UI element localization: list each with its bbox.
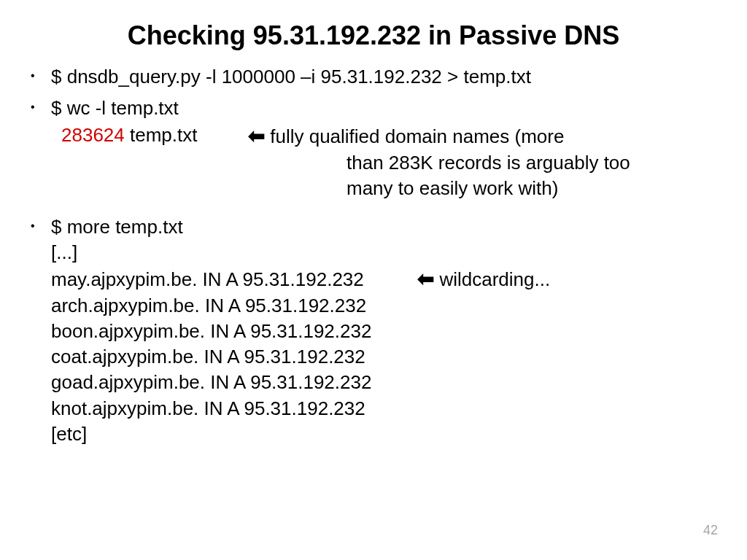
dns-line-2: arch.ajpxypim.be. IN A 95.31.192.232 — [51, 293, 718, 319]
dns-line-1: may.ajpxypim.be. IN A 95.31.192.232 — [51, 267, 412, 292]
dns-line-4: coat.ajpxypim.be. IN A 95.31.192.232 — [51, 344, 718, 370]
bullet-3-text: $ more temp.txt — [51, 216, 183, 238]
wc-count: 283624 — [61, 124, 125, 146]
page-number: 42 — [703, 523, 718, 538]
bullet-marker-icon: • — [31, 68, 35, 84]
wc-output-row: 283624 temp.txt ⬅ fully qualified domain… — [51, 122, 718, 150]
bullet-3: • $ more temp.txt [...] may.ajpxypim.be.… — [51, 214, 718, 447]
fqdn-line3: many to easily work with) — [248, 176, 718, 201]
bullet-2-text: $ wc -l temp.txt — [51, 97, 179, 119]
slide-title: Checking 95.31.192.232 in Passive DNS — [0, 0, 747, 64]
bullet-1: • $ dnsdb_query.py -l 1000000 –i 95.31.1… — [51, 64, 718, 90]
etc: [etc] — [51, 421, 718, 447]
dns-row-1: may.ajpxypim.be. IN A 95.31.192.232 ⬅ wi… — [51, 265, 718, 293]
bullet-1-text: $ dnsdb_query.py -l 1000000 –i 95.31.192… — [51, 66, 531, 88]
dns-line-5: goad.ajpxypim.be. IN A 95.31.192.232 — [51, 370, 718, 395]
wc-file: temp.txt — [125, 124, 198, 146]
bullet-marker-icon: • — [31, 99, 35, 115]
dns-line-3: boon.ajpxypim.be. IN A 95.31.192.232 — [51, 319, 718, 344]
fqdn-line2: than 283K records is arguably too — [248, 150, 718, 176]
dns-line-6: knot.ajpxypim.be. IN A 95.31.192.232 — [51, 396, 718, 421]
ellipsis: [...] — [51, 240, 718, 265]
slide-content: • $ dnsdb_query.py -l 1000000 –i 95.31.1… — [0, 64, 747, 447]
fqdn-line1: fully qualified domain names (more — [265, 125, 564, 147]
bullet-2: • $ wc -l temp.txt 283624 temp.txt ⬅ ful… — [51, 96, 718, 201]
wildcarding-note: wildcarding... — [434, 268, 550, 290]
arrow-left-icon: ⬅ — [417, 268, 434, 290]
arrow-left-icon: ⬅ — [248, 125, 265, 147]
bullet-marker-icon: • — [31, 218, 35, 234]
